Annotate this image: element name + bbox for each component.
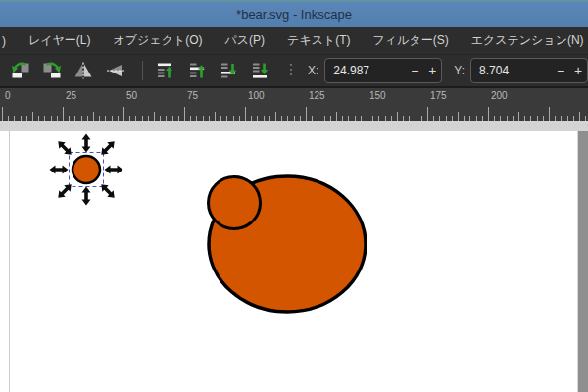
ruler-tick bbox=[518, 112, 519, 121]
ruler-label: 175 bbox=[430, 90, 447, 101]
lower-to-bottom-button[interactable] bbox=[247, 58, 275, 83]
menu-item-object[interactable]: オブジェクト(O) bbox=[114, 32, 203, 49]
selected-circle[interactable] bbox=[73, 156, 100, 183]
rotate-ccw-button[interactable] bbox=[6, 58, 34, 83]
ruler-tick bbox=[427, 107, 428, 121]
y-decrement-button[interactable]: − bbox=[552, 63, 569, 78]
y-coordinate-field: 8.704 − + bbox=[470, 58, 588, 83]
x-coordinate-input[interactable]: 24.987 bbox=[325, 64, 406, 77]
ruler-tick bbox=[154, 112, 155, 121]
menu-item-text[interactable]: テキスト(T) bbox=[287, 32, 350, 49]
menu-item-filters[interactable]: フィルター(S) bbox=[373, 32, 449, 49]
scale-handle-left[interactable] bbox=[50, 166, 69, 174]
ruler-tick bbox=[579, 112, 580, 121]
ruler-label: 50 bbox=[126, 90, 137, 101]
ruler-label: 75 bbox=[187, 90, 198, 101]
ruler-label: 200 bbox=[491, 90, 508, 101]
raise-to-top-button[interactable] bbox=[152, 58, 180, 83]
menu-bar: ) レイヤー(L) オブジェクト(O) パス(P) テキスト(T) フィルター(… bbox=[0, 27, 588, 55]
ruler-tick bbox=[2, 107, 3, 121]
raise-button[interactable] bbox=[183, 58, 212, 83]
lower-icon bbox=[219, 61, 240, 80]
rotate-cw-button[interactable] bbox=[37, 58, 66, 83]
x-coordinate-label: X: bbox=[308, 64, 318, 77]
ruler-tick bbox=[306, 107, 307, 121]
ruler-label: 0 bbox=[5, 90, 11, 101]
selection-toolbar: X: 24.987 − + Y: 8.704 − + bbox=[0, 55, 588, 87]
x-increment-button[interactable]: + bbox=[423, 63, 441, 78]
ruler-tick bbox=[63, 107, 64, 121]
scale-handle-right[interactable] bbox=[105, 166, 123, 174]
ruler-tick bbox=[367, 107, 368, 121]
rotate-cw-icon bbox=[41, 61, 63, 80]
menu-item-extensions[interactable]: エクステンション(N) bbox=[471, 32, 584, 49]
ruler-label: 150 bbox=[369, 90, 386, 101]
drawing-canvas[interactable] bbox=[0, 121, 588, 392]
scale-handle-top-right[interactable] bbox=[98, 138, 118, 158]
y-coordinate-input[interactable]: 8.704 bbox=[471, 64, 552, 77]
ruler-tick bbox=[275, 112, 276, 121]
scale-handle-bottom[interactable] bbox=[82, 187, 91, 206]
ruler-tick bbox=[32, 112, 33, 121]
flip-horizontal-icon bbox=[73, 61, 94, 80]
ruler-tick bbox=[184, 107, 185, 121]
menu-item-partial[interactable]: ) bbox=[2, 34, 6, 48]
ruler-tick bbox=[397, 112, 398, 121]
menu-item-path[interactable]: パス(P) bbox=[225, 32, 266, 49]
menu-item-layer[interactable]: レイヤー(L) bbox=[28, 32, 91, 49]
scale-handle-top-left[interactable] bbox=[55, 138, 74, 158]
ruler-tick bbox=[93, 112, 94, 121]
canvas-area bbox=[0, 121, 588, 392]
ruler-tick bbox=[245, 107, 246, 121]
lower-button[interactable] bbox=[215, 58, 243, 83]
ruler-label: 100 bbox=[248, 90, 265, 101]
toolbar-separator-dotted bbox=[290, 64, 292, 77]
ruler-label: 25 bbox=[66, 90, 76, 101]
ruler-tick bbox=[215, 112, 216, 121]
x-coordinate-field: 24.987 − + bbox=[324, 58, 442, 83]
y-increment-button[interactable]: + bbox=[569, 63, 587, 78]
inkscape-window: *bear.svg - Inkscape ) レイヤー(L) オブジェクト(O)… bbox=[0, 0, 588, 392]
ruler-tick bbox=[336, 112, 337, 121]
flip-vertical-button[interactable] bbox=[101, 58, 129, 83]
rotate-ccw-icon bbox=[10, 61, 31, 80]
ruler-tick bbox=[123, 107, 124, 121]
y-coordinate-label: Y: bbox=[454, 64, 465, 77]
ruler-label: 125 bbox=[309, 90, 325, 101]
scale-handle-bottom-right[interactable] bbox=[98, 181, 118, 201]
bear-head-circle[interactable] bbox=[209, 177, 261, 229]
scale-handle-bottom-left[interactable] bbox=[55, 181, 74, 201]
raise-to-top-icon bbox=[155, 61, 176, 80]
raise-icon bbox=[187, 61, 209, 80]
ruler-tick bbox=[549, 107, 550, 121]
scale-handle-top[interactable] bbox=[82, 134, 91, 153]
window-title: *bear.svg - Inkscape bbox=[236, 7, 352, 22]
window-titlebar[interactable]: *bear.svg - Inkscape bbox=[0, 0, 588, 27]
flip-vertical-icon bbox=[105, 61, 126, 80]
lower-to-bottom-icon bbox=[250, 61, 271, 80]
ruler-tick bbox=[458, 112, 459, 121]
flip-horizontal-button[interactable] bbox=[70, 58, 98, 83]
toolbar-separator bbox=[142, 61, 143, 80]
x-decrement-button[interactable]: − bbox=[406, 63, 423, 78]
ruler-tick bbox=[488, 107, 489, 121]
horizontal-ruler[interactable]: 0255075100125150175200 bbox=[0, 87, 588, 121]
